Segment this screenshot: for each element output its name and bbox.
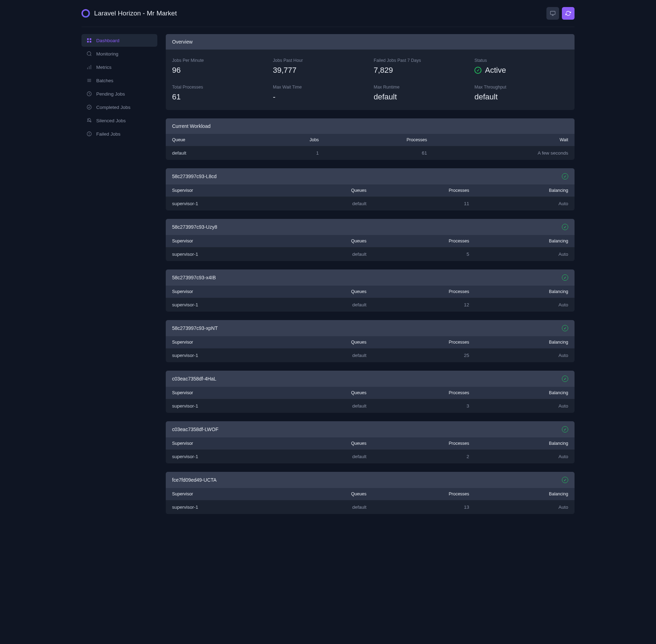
worker-status-icon: [562, 224, 568, 230]
cell-processes: 3: [373, 399, 475, 413]
alert-circle-icon: [86, 131, 92, 137]
supervisor-col-header: Balancing: [475, 488, 575, 500]
supervisor-col-header: Processes: [373, 437, 475, 450]
svg-rect-3: [87, 38, 89, 40]
cell-balancing: Auto: [475, 500, 575, 514]
worker-name: 58c273997c93-L8cd: [172, 174, 217, 179]
worker-name: fce7fd09ed49-UCTA: [172, 477, 217, 483]
cell-queue: default: [166, 146, 254, 160]
horizon-logo-icon: [81, 9, 90, 18]
cell-processes: 11: [373, 197, 475, 211]
cell-queues: default: [286, 298, 373, 312]
sidebar-item-label: Failed Jobs: [96, 131, 120, 137]
sidebar-item-failed-jobs[interactable]: Failed Jobs: [81, 128, 157, 140]
supervisor-table: SupervisorQueuesProcessesBalancingsuperv…: [166, 235, 575, 261]
svg-point-18: [87, 105, 91, 109]
grid-icon: [86, 38, 92, 43]
stat-cell: Jobs Per Minute96: [172, 58, 266, 75]
supervisor-col-header: Balancing: [475, 184, 575, 197]
worker-status-icon: [562, 426, 568, 432]
supervisor-col-header: Balancing: [475, 336, 575, 349]
supervisor-table: SupervisorQueuesProcessesBalancingsuperv…: [166, 336, 575, 362]
supervisor-col-header: Processes: [373, 235, 475, 247]
sidebar-item-label: Silenced Jobs: [96, 118, 126, 123]
app-title: Laravel Horizon - Mr Market: [94, 9, 177, 17]
sidebar-item-completed-jobs[interactable]: Completed Jobs: [81, 101, 157, 113]
stat-cell: Total Processes61: [172, 85, 266, 102]
supervisor-col-header: Processes: [373, 336, 475, 349]
table-row: supervisor-1default25Auto: [166, 349, 575, 363]
supervisor-col-header: Supervisor: [166, 437, 286, 450]
supervisor-table: SupervisorQueuesProcessesBalancingsuperv…: [166, 184, 575, 210]
worker-name: c03eac7358df-LWOF: [172, 427, 218, 432]
sidebar-item-label: Batches: [96, 78, 113, 83]
workload-col-header: Processes: [325, 134, 433, 146]
cell-supervisor: supervisor-1: [166, 247, 286, 261]
worker-header: fce7fd09ed49-UCTA: [166, 472, 575, 488]
supervisor-col-header: Processes: [373, 488, 475, 500]
supervisor-col-header: Supervisor: [166, 387, 286, 399]
sidebar-item-metrics[interactable]: Metrics: [81, 61, 157, 73]
worker-status-icon: [562, 376, 568, 382]
main-content: Overview Jobs Per Minute96Jobs Past Hour…: [166, 34, 575, 536]
workload-col-header: Wait: [433, 134, 575, 146]
cell-balancing: Auto: [475, 298, 575, 312]
table-row: default161A few seconds: [166, 146, 575, 160]
workload-header: Current Workload: [166, 118, 575, 134]
stat-value: Active: [485, 66, 506, 75]
svg-line-8: [90, 55, 91, 56]
cell-queues: default: [286, 399, 373, 413]
table-row: supervisor-1default13Auto: [166, 500, 575, 514]
stat-label: Max Wait Time: [273, 85, 367, 90]
bar-chart-icon: [86, 64, 92, 70]
stat-cell: StatusActive: [474, 58, 568, 75]
supervisor-table: SupervisorQueuesProcessesBalancingsuperv…: [166, 286, 575, 312]
stat-value: default: [374, 92, 467, 102]
monitor-icon: [550, 11, 556, 16]
cell-supervisor: supervisor-1: [166, 450, 286, 464]
supervisor-col-header: Queues: [286, 286, 373, 298]
table-row: supervisor-1default11Auto: [166, 197, 575, 211]
supervisor-col-header: Balancing: [475, 286, 575, 298]
cell-balancing: Auto: [475, 349, 575, 363]
worker-card: c03eac7358df-LWOFSupervisorQueuesProcess…: [166, 421, 575, 463]
worker-header: 58c273997c93-x4IB: [166, 269, 575, 286]
cell-supervisor: supervisor-1: [166, 298, 286, 312]
sidebar-item-label: Metrics: [96, 65, 112, 70]
monitor-toggle-button[interactable]: [546, 7, 559, 20]
worker-name: 58c273997c93-Uzy8: [172, 224, 217, 230]
worker-header: 58c273997c93-L8cd: [166, 168, 575, 184]
sidebar-item-dashboard[interactable]: Dashboard: [81, 34, 157, 47]
sidebar-item-pending-jobs[interactable]: Pending Jobs: [81, 87, 157, 100]
supervisor-col-header: Supervisor: [166, 336, 286, 349]
cell-processes: 5: [373, 247, 475, 261]
stat-label: Status: [474, 58, 568, 63]
cell-supervisor: supervisor-1: [166, 500, 286, 514]
worker-name: 58c273997c93-x4IB: [172, 275, 216, 280]
stat-cell: Max Runtimedefault: [374, 85, 467, 102]
svg-rect-5: [87, 41, 89, 43]
supervisor-col-header: Balancing: [475, 437, 575, 450]
supervisor-col-header: Balancing: [475, 235, 575, 247]
worker-name: c03eac7358df-4HaL: [172, 376, 216, 382]
supervisor-col-header: Balancing: [475, 387, 575, 399]
cell-balancing: Auto: [475, 247, 575, 261]
supervisor-table: SupervisorQueuesProcessesBalancingsuperv…: [166, 387, 575, 413]
supervisor-col-header: Supervisor: [166, 184, 286, 197]
worker-header: 58c273997c93-Uzy8: [166, 219, 575, 235]
sidebar-item-label: Completed Jobs: [96, 105, 131, 110]
supervisor-col-header: Queues: [286, 336, 373, 349]
svg-rect-4: [90, 38, 91, 40]
worker-card: 58c273997c93-L8cdSupervisorQueuesProcess…: [166, 168, 575, 210]
overview-header: Overview: [166, 34, 575, 50]
refresh-button[interactable]: [562, 7, 575, 20]
supervisor-col-header: Queues: [286, 235, 373, 247]
sidebar-item-monitoring[interactable]: Monitoring: [81, 47, 157, 60]
cell-processes: 61: [325, 146, 433, 160]
svg-point-22: [89, 135, 90, 135]
supervisor-col-header: Supervisor: [166, 286, 286, 298]
sidebar-item-batches[interactable]: Batches: [81, 74, 157, 87]
cell-balancing: Auto: [475, 197, 575, 211]
sidebar-item-label: Monitoring: [96, 51, 118, 57]
sidebar-item-silenced-jobs[interactable]: Silenced Jobs: [81, 114, 157, 127]
